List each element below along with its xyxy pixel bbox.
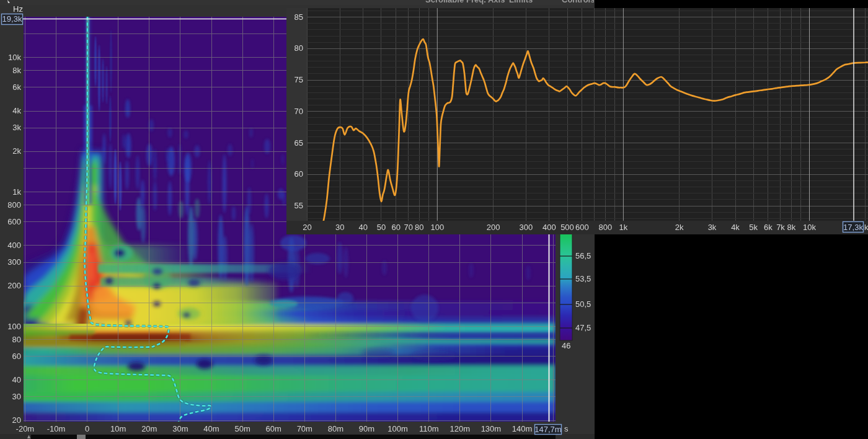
svg-text:800: 800 — [7, 200, 21, 210]
svg-text:8k: 8k — [787, 223, 796, 232]
svg-text:-10m: -10m — [47, 424, 66, 433]
svg-text:53,5: 53,5 — [575, 274, 591, 283]
svg-text:50m: 50m — [234, 424, 250, 433]
svg-text:200: 200 — [7, 281, 21, 290]
svg-text:0: 0 — [85, 424, 89, 433]
svg-text:56,5: 56,5 — [575, 251, 591, 260]
svg-text:60: 60 — [294, 169, 303, 179]
svg-text:k: k — [864, 223, 868, 232]
svg-text:100m: 100m — [388, 424, 408, 433]
svg-text:600: 600 — [7, 217, 21, 226]
svg-text:70: 70 — [404, 223, 413, 232]
svg-text:30: 30 — [12, 392, 21, 401]
svg-text:2k: 2k — [12, 146, 21, 156]
svg-text:20: 20 — [12, 415, 21, 425]
svg-text:3k: 3k — [708, 223, 717, 232]
svg-text:50: 50 — [377, 223, 386, 232]
svg-text:6k: 6k — [12, 82, 21, 92]
svg-text:19,3k: 19,3k — [2, 14, 22, 24]
svg-text:-20m: -20m — [16, 424, 35, 433]
svg-text:80m: 80m — [328, 424, 343, 433]
svg-text:60: 60 — [391, 223, 400, 232]
svg-text:3k: 3k — [12, 123, 21, 132]
svg-text:5k: 5k — [749, 223, 758, 232]
svg-text:10m: 10m — [110, 424, 126, 433]
svg-text:300: 300 — [7, 257, 21, 267]
svg-text:50,5: 50,5 — [575, 299, 591, 309]
svg-text:60m: 60m — [266, 424, 281, 433]
svg-text:120m: 120m — [450, 424, 471, 433]
svg-text:75: 75 — [294, 75, 303, 84]
svg-text:17,3k: 17,3k — [843, 223, 863, 232]
svg-text:400: 400 — [7, 241, 21, 250]
svg-text:300: 300 — [520, 223, 533, 232]
svg-text:100: 100 — [7, 322, 21, 331]
svg-text:400: 400 — [542, 223, 556, 232]
svg-text:2k: 2k — [675, 223, 684, 232]
svg-text:20m: 20m — [141, 424, 157, 433]
svg-text:40: 40 — [359, 223, 368, 232]
svg-text:60: 60 — [12, 352, 21, 361]
svg-text:85: 85 — [294, 12, 303, 22]
svg-text:30m: 30m — [172, 424, 188, 433]
svg-text:8k: 8k — [12, 66, 21, 75]
svg-text:80: 80 — [12, 335, 21, 344]
svg-text:1k: 1k — [619, 223, 628, 232]
svg-text:46: 46 — [562, 341, 570, 350]
svg-text:7k: 7k — [776, 223, 785, 232]
svg-text:500: 500 — [560, 223, 574, 232]
svg-text:40m: 40m — [203, 424, 219, 433]
svg-text:65: 65 — [294, 138, 303, 148]
svg-text:100: 100 — [430, 223, 444, 232]
svg-text:200: 200 — [487, 223, 500, 232]
svg-text:147,7m: 147,7m — [534, 425, 561, 434]
svg-text:1k: 1k — [12, 187, 21, 197]
svg-text:10k: 10k — [8, 53, 21, 62]
svg-text:20: 20 — [303, 223, 311, 232]
svg-text:Hz: Hz — [13, 4, 23, 14]
svg-text:130m: 130m — [481, 424, 502, 433]
svg-text:55: 55 — [294, 201, 303, 210]
svg-text:70: 70 — [294, 107, 303, 116]
svg-text:80: 80 — [415, 223, 423, 232]
svg-text:110m: 110m — [419, 424, 439, 433]
svg-text:80: 80 — [294, 43, 303, 53]
svg-text:800: 800 — [598, 223, 612, 232]
svg-text:10k: 10k — [803, 223, 816, 232]
svg-text:140m: 140m — [512, 424, 533, 433]
svg-text:47,5: 47,5 — [575, 323, 591, 332]
svg-text:s: s — [564, 424, 569, 433]
svg-text:30: 30 — [335, 223, 344, 232]
svg-text:600: 600 — [575, 223, 589, 232]
svg-text:90m: 90m — [359, 424, 374, 433]
svg-text:4k: 4k — [731, 223, 740, 232]
svg-text:40: 40 — [12, 375, 21, 384]
svg-text:4k: 4k — [12, 106, 21, 115]
svg-text:70m: 70m — [297, 424, 312, 433]
svg-text:6k: 6k — [764, 223, 773, 232]
